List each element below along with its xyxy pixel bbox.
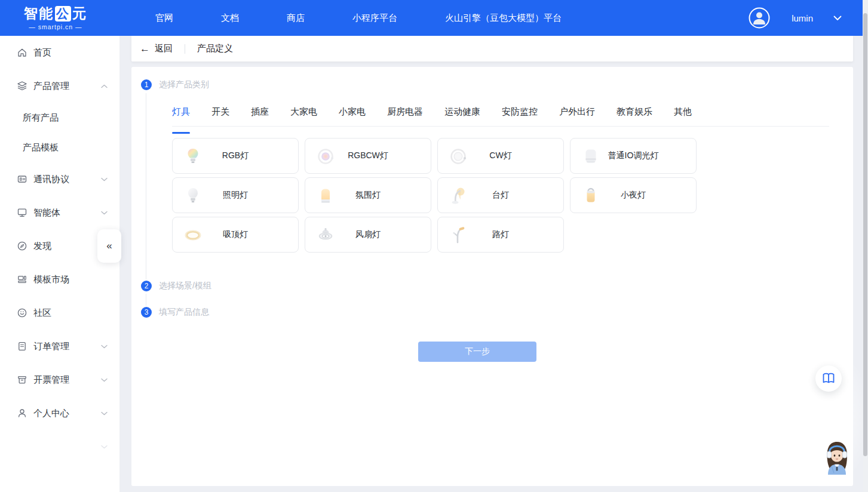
product-card-label: 台灯 bbox=[438, 178, 563, 213]
category-tabs: 灯具 开关 插座 大家电 小家电 厨房电器 运动健康 安防监控 户外出行 教育娱… bbox=[172, 106, 829, 127]
sidebar-item-label: 订单管理 bbox=[33, 341, 100, 352]
sidebar-item-invoice-management[interactable]: 开票管理 bbox=[0, 363, 119, 396]
step-connector-line bbox=[146, 93, 146, 279]
sidebar-item-label: 社区 bbox=[33, 308, 108, 319]
step-1-label: 选择产品类别 bbox=[159, 79, 209, 90]
product-card-label: 风扇灯 bbox=[305, 217, 431, 252]
breadcrumb-bar: ← 返回 产品定义 bbox=[131, 36, 853, 61]
layers-icon bbox=[17, 81, 27, 91]
username[interactable]: lumin bbox=[792, 13, 813, 23]
sidebar-item-label: 通讯协议 bbox=[33, 174, 100, 185]
product-card-night-light[interactable]: 小夜灯 bbox=[570, 177, 697, 213]
tab-security-monitoring[interactable]: 安防监控 bbox=[502, 106, 538, 126]
logo[interactable]: 智能公元 — smartpi.cn — bbox=[24, 4, 87, 30]
step-2-header: 2 选择场景/模组 bbox=[141, 281, 211, 291]
sidebar-item-communication-protocol[interactable]: 通讯协议 bbox=[0, 162, 119, 196]
product-card-rgbcw-light[interactable]: RGBCW灯 bbox=[305, 138, 431, 174]
back-button[interactable]: ← 返回 bbox=[140, 43, 173, 54]
step-1-header: 1 选择产品类别 bbox=[141, 79, 209, 90]
sidebar-item-extra[interactable] bbox=[0, 430, 119, 463]
sidebar-item-label: 产品管理 bbox=[33, 81, 100, 92]
user-menu-chevron-down-icon[interactable] bbox=[833, 16, 842, 21]
docs-floating-button[interactable] bbox=[815, 365, 842, 392]
tab-socket[interactable]: 插座 bbox=[251, 106, 269, 126]
template-icon bbox=[17, 274, 27, 285]
sidebar: 首页 产品管理 所有产品 产品模板 通讯协议 智能体 发现 模板市场 社区 订单… bbox=[0, 36, 119, 492]
customer-service-assistant-avatar[interactable] bbox=[820, 439, 854, 475]
sidebar-item-order-management[interactable]: 订单管理 bbox=[0, 330, 119, 363]
logo-text-2: 元 bbox=[72, 4, 87, 23]
user-avatar-icon bbox=[749, 7, 770, 29]
product-card-label: RGB灯 bbox=[173, 139, 298, 173]
product-card-label: 小夜灯 bbox=[571, 178, 696, 213]
protocol-icon bbox=[17, 174, 27, 184]
home-icon bbox=[17, 47, 27, 58]
tab-kitchen-appliance[interactable]: 厨房电器 bbox=[387, 106, 423, 126]
tab-large-appliance[interactable]: 大家电 bbox=[290, 106, 317, 126]
step-3-badge: 3 bbox=[141, 307, 152, 318]
sidebar-item-home[interactable]: 首页 bbox=[0, 36, 119, 69]
product-card-desk-lamp[interactable]: 台灯 bbox=[437, 177, 564, 213]
user-cluster: lumin bbox=[749, 0, 842, 36]
step-2-badge: 2 bbox=[141, 281, 152, 291]
product-card-ambient-light[interactable]: 氛围灯 bbox=[305, 177, 431, 213]
nav-item-volcengine-platform[interactable]: 火山引擎（豆包大模型）平台 bbox=[445, 13, 562, 24]
nav-item-store[interactable]: 商店 bbox=[287, 13, 305, 24]
product-card-label: CW灯 bbox=[438, 139, 563, 173]
nav-item-official-site[interactable]: 官网 bbox=[155, 13, 173, 24]
open-book-icon bbox=[822, 373, 835, 385]
product-card-label: 氛围灯 bbox=[305, 178, 431, 213]
sidebar-collapse-button[interactable]: « bbox=[97, 229, 121, 263]
product-card-io-dimmer-light[interactable]: 普通IO调光灯 bbox=[570, 138, 697, 174]
sidebar-item-smart-agent[interactable]: 智能体 bbox=[0, 196, 119, 229]
product-card-street-lamp[interactable]: 路灯 bbox=[437, 217, 564, 253]
invoice-box-icon bbox=[17, 374, 27, 385]
chevron-down-icon bbox=[100, 411, 108, 416]
product-card-cw-light[interactable]: CW灯 bbox=[437, 138, 564, 174]
sidebar-item-label: 首页 bbox=[33, 47, 108, 59]
chevron-down-icon bbox=[100, 445, 108, 449]
document-icon bbox=[17, 341, 27, 352]
next-step-button[interactable]: 下一步 bbox=[418, 342, 536, 362]
chevron-down-icon bbox=[100, 345, 108, 349]
product-card-illumination-light[interactable]: 照明灯 bbox=[172, 177, 299, 213]
sidebar-item-product-templates[interactable]: 产品模板 bbox=[0, 133, 119, 162]
logo-title: 智能公元 bbox=[24, 4, 87, 23]
sidebar-item-label: 产品模板 bbox=[23, 142, 108, 153]
logo-subtitle: — smartpi.cn — bbox=[24, 23, 87, 30]
smiley-icon bbox=[17, 308, 27, 318]
sidebar-item-product-management[interactable]: 产品管理 bbox=[0, 69, 119, 103]
avatar[interactable] bbox=[749, 7, 770, 29]
nav-item-docs[interactable]: 文档 bbox=[221, 13, 239, 24]
sidebar-item-template-market[interactable]: 模板市场 bbox=[0, 263, 119, 296]
sidebar-item-personal-center[interactable]: 个人中心 bbox=[0, 396, 119, 430]
breadcrumb-divider bbox=[185, 44, 185, 54]
chevron-down-icon bbox=[100, 378, 108, 382]
sidebar-item-all-products[interactable]: 所有产品 bbox=[0, 103, 119, 133]
step-2-label: 选择场景/模组 bbox=[159, 281, 211, 291]
product-card-ceiling-light[interactable]: 吸顶灯 bbox=[172, 217, 299, 253]
tab-other[interactable]: 其他 bbox=[674, 106, 692, 126]
tab-small-appliance[interactable]: 小家电 bbox=[339, 106, 366, 126]
tab-outdoor-travel[interactable]: 户外出行 bbox=[559, 106, 595, 126]
tab-sports-health[interactable]: 运动健康 bbox=[444, 106, 480, 126]
product-card-fan-light[interactable]: 风扇灯 bbox=[305, 217, 431, 253]
tab-lighting[interactable]: 灯具 bbox=[172, 106, 190, 126]
sidebar-item-community[interactable]: 社区 bbox=[0, 296, 119, 330]
tab-education-entertainment[interactable]: 教育娱乐 bbox=[617, 106, 652, 126]
back-label: 返回 bbox=[155, 43, 173, 54]
tab-switch[interactable]: 开关 bbox=[211, 106, 229, 126]
page-scrollbar-thumb[interactable] bbox=[863, 13, 867, 456]
product-card-label: 吸顶灯 bbox=[173, 217, 298, 252]
person-icon bbox=[17, 408, 27, 419]
step-3-label: 填写产品信息 bbox=[159, 307, 209, 318]
chevron-up-icon bbox=[100, 84, 108, 88]
nav-item-miniprogram-platform[interactable]: 小程序平台 bbox=[352, 13, 397, 24]
topbar: 智能公元 — smartpi.cn — 官网 文档 商店 小程序平台 火山引擎（… bbox=[0, 0, 868, 36]
product-card-label: 普通IO调光灯 bbox=[571, 139, 696, 173]
product-card-rgb-light[interactable]: RGB灯 bbox=[172, 138, 299, 174]
product-card-label: RGBCW灯 bbox=[305, 139, 431, 173]
product-card-label: 路灯 bbox=[438, 217, 563, 252]
sidebar-item-label: 所有产品 bbox=[23, 112, 108, 124]
product-type-grid: RGB灯 RGBCW灯 CW灯 普通IO bbox=[172, 138, 697, 253]
